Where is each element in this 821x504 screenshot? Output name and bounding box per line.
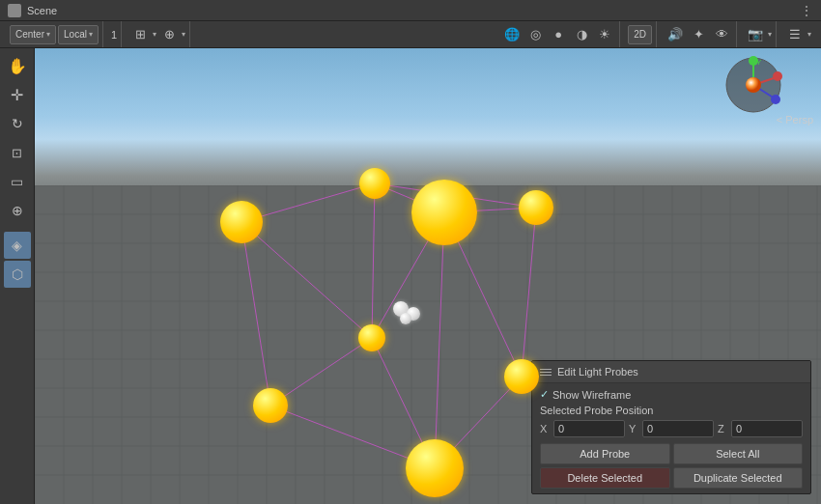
scale-tool-button[interactable]: ⊡ — [4, 139, 31, 166]
camera-button[interactable]: 📷 — [745, 25, 766, 44]
move-tool-button[interactable]: ✛ — [4, 81, 31, 108]
effects-button[interactable]: ✦ — [688, 25, 709, 44]
more-group: ☰ ▾ — [780, 21, 815, 47]
viewport[interactable]: Y < Persp — [35, 48, 821, 504]
globe-button[interactable]: 🌐 — [501, 25, 523, 44]
sky-button[interactable]: ◎ — [524, 25, 546, 44]
shading-button[interactable]: ● — [548, 25, 569, 44]
probe-sphere-p1[interactable] — [220, 201, 263, 243]
wireframe-row: ✓ Show Wireframe — [540, 388, 803, 401]
camera-group: 📷 ▾ — [741, 21, 777, 47]
sun-button[interactable]: ☀ — [594, 25, 615, 44]
panel-title: Edit Light Probes — [557, 366, 638, 378]
z-label: Z — [718, 423, 727, 434]
snap-button[interactable]: ⊕ — [158, 25, 180, 44]
kebab-menu-icon[interactable]: ⋮ — [800, 3, 813, 18]
2d-button[interactable]: 2D — [628, 25, 652, 44]
svg-point-7 — [771, 95, 780, 104]
main-area: ✋ ✛ ↻ ⊡ ▭ ⊕ ◈ ⬡ Y — [0, 48, 821, 504]
y-input[interactable] — [642, 420, 714, 437]
persp-label: < Persp — [777, 114, 813, 126]
hidden-button[interactable]: 👁 — [711, 25, 732, 44]
probe-sphere-p7[interactable] — [406, 439, 464, 497]
custom-tool-1-button[interactable]: ◈ — [4, 232, 31, 259]
wireframe-check[interactable]: ✓ — [540, 388, 549, 401]
probe-position-label: Selected Probe Position — [540, 405, 803, 416]
scene-tab-icon — [8, 4, 21, 17]
lighting-button[interactable]: ◑ — [571, 25, 592, 44]
z-input[interactable] — [731, 420, 803, 437]
transform-tool-button[interactable]: ⊕ — [4, 197, 31, 224]
svg-point-8 — [746, 77, 761, 93]
title-bar: Scene ⋮ — [0, 0, 821, 21]
left-toolbar: ✋ ✛ ↻ ⊡ ▭ ⊕ ◈ ⬡ — [0, 48, 35, 504]
local-button[interactable]: Local ▾ — [58, 25, 99, 44]
probe-sphere-p3[interactable] — [411, 180, 477, 245]
audio-group: 🔊 ✦ 👁 — [661, 21, 737, 47]
gizmo-svg: Y — [724, 56, 782, 114]
svg-point-5 — [773, 71, 782, 81]
more-button[interactable]: ☰ — [784, 25, 806, 44]
probe-sphere-p6[interactable] — [253, 388, 288, 423]
probe-sphere-w3[interactable] — [400, 313, 411, 324]
hand-tool-button[interactable]: ✋ — [4, 52, 31, 79]
panel-buttons: Add Probe Select All Delete Selected Dup… — [540, 443, 803, 489]
delete-selected-button[interactable]: Delete Selected — [540, 467, 670, 489]
light-probe-panel: Edit Light Probes ✓ Show Wireframe Selec… — [531, 360, 811, 494]
x-input[interactable] — [553, 420, 625, 437]
add-probe-button[interactable]: Add Probe — [540, 443, 670, 464]
viewport-gizmo[interactable]: Y — [724, 56, 782, 114]
probe-sphere-p5[interactable] — [358, 324, 385, 351]
panel-header: Edit Light Probes — [532, 361, 810, 383]
coord-group: X Y Z — [540, 420, 803, 437]
probe-sphere-p4[interactable] — [519, 190, 553, 225]
panel-body: ✓ Show Wireframe Selected Probe Position… — [532, 383, 810, 493]
snap-grid-button[interactable]: ⊞ — [129, 25, 151, 44]
panel-drag-icon — [540, 369, 552, 376]
svg-text:Y: Y — [756, 58, 762, 67]
render-group: 🌐 ◎ ● ◑ ☀ — [497, 21, 620, 47]
audio-button[interactable]: 🔊 — [665, 25, 686, 44]
custom-tool-2-button[interactable]: ⬡ — [4, 261, 31, 288]
probe-sphere-p2[interactable] — [359, 168, 390, 199]
number-group: 1 — [107, 21, 122, 47]
x-label: X — [540, 423, 550, 434]
toolbar: Center ▾ Local ▾ 1 ⊞ ▾ ⊕ ▾ 🌐 ◎ ● ◑ ☀ 2D … — [0, 21, 821, 48]
select-all-button[interactable]: Select All — [673, 443, 804, 464]
y-label: Y — [629, 423, 638, 434]
layer-number: 1 — [111, 29, 117, 41]
wireframe-label: Show Wireframe — [552, 389, 631, 401]
probe-sphere-p8[interactable] — [504, 359, 539, 394]
scene-title: Scene — [27, 5, 57, 16]
rect-tool-button[interactable]: ▭ — [4, 168, 31, 195]
center-button[interactable]: Center ▾ — [10, 25, 56, 44]
mode-group: 2D — [624, 21, 657, 47]
rotate-tool-button[interactable]: ↻ — [4, 110, 31, 137]
pivot-group: Center ▾ Local ▾ — [6, 21, 103, 47]
duplicate-selected-button[interactable]: Duplicate Selected — [673, 467, 804, 489]
snap-group: ⊞ ▾ ⊕ ▾ — [126, 21, 190, 47]
